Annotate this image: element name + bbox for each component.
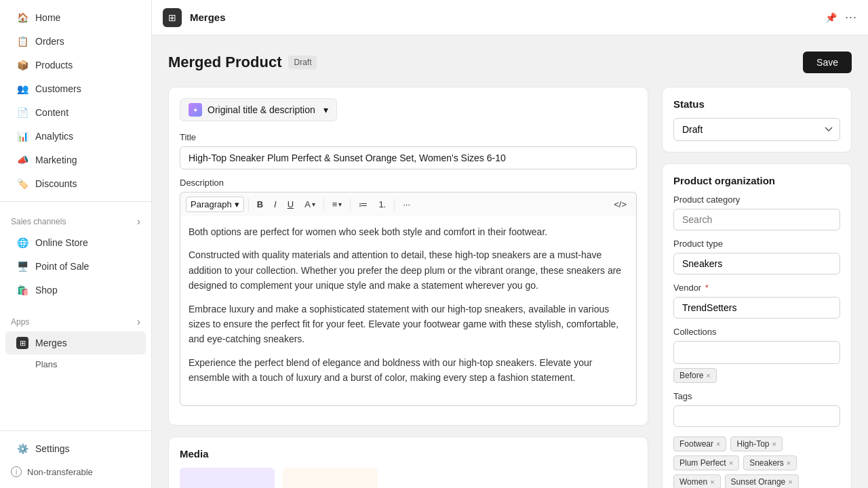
category-field-group: Product category	[673, 195, 840, 230]
category-search-input[interactable]	[673, 209, 840, 230]
customers-icon: 👥	[16, 83, 28, 95]
sidebar-item-merges[interactable]: ⊞ Merges	[5, 331, 146, 354]
sidebar-item-content[interactable]: 📄 Content	[5, 101, 146, 124]
sidebar-item-shop[interactable]: 🛍️ Shop	[5, 279, 146, 302]
sidebar-item-home[interactable]: 🏠 Home	[5, 6, 146, 29]
sales-channels-section: Sales channels ›	[0, 207, 151, 230]
dropdown-label: Original title & description	[208, 104, 315, 115]
number-button[interactable]: 1.	[374, 197, 390, 212]
toolbar-divider-2	[323, 199, 324, 211]
sidebar-item-label: Orders	[35, 36, 64, 47]
vendor-input[interactable]	[673, 297, 840, 319]
organization-card: Product organization Product category Pr…	[662, 163, 852, 488]
collections-input[interactable]	[673, 341, 840, 364]
bullet-button[interactable]: ≔	[355, 197, 372, 212]
non-transferable-label: Non-transferable	[27, 467, 93, 477]
pos-icon: 🖥️	[16, 260, 28, 272]
page-title: Merged Product	[168, 54, 281, 71]
sidebar-item-marketing[interactable]: 📣 Marketing	[5, 148, 146, 171]
shoe-image-purple	[186, 481, 268, 488]
collections-tags: Before ×	[673, 368, 840, 383]
description-editor[interactable]: Both options are perfect for women who s…	[180, 216, 637, 406]
non-transferable-icon: i	[11, 466, 22, 477]
description-label: Description	[180, 178, 637, 188]
type-input[interactable]	[673, 253, 840, 274]
sidebar-item-customers[interactable]: 👥 Customers	[5, 77, 146, 100]
tags-input[interactable]	[673, 405, 840, 427]
marketing-icon: 📣	[16, 154, 28, 166]
sidebar: 🏠 Home 📋 Orders 📦 Products 👥 Customers 📄…	[0, 0, 152, 488]
media-thumb-orange[interactable]	[283, 468, 378, 488]
sidebar-item-label: Settings	[35, 443, 70, 454]
color-button[interactable]: A ▾	[300, 197, 319, 212]
apps-section: Apps ›	[0, 308, 151, 331]
media-card: Media	[168, 436, 648, 488]
category-label: Product category	[673, 195, 840, 205]
non-transferable-item[interactable]: i Non-transferable	[0, 461, 151, 483]
toolbar-divider	[248, 199, 249, 211]
paragraph-select[interactable]: Paragraph ▾	[186, 197, 244, 212]
tag-sunset-orange-remove[interactable]: ×	[788, 479, 792, 486]
type-label: Product type	[673, 239, 840, 249]
tag-plum-perfect-remove[interactable]: ×	[729, 460, 733, 467]
tag-women-remove[interactable]: ×	[710, 479, 714, 486]
type-field-group: Product type	[673, 239, 840, 274]
status-select[interactable]: Draft Active	[673, 118, 840, 141]
sidebar-item-label: Online Store	[35, 237, 88, 248]
sidebar-item-settings[interactable]: ⚙️ Settings	[5, 437, 146, 460]
toolbar-divider-4	[394, 199, 395, 211]
status-card: Status Draft Active	[662, 87, 852, 152]
tag-hightop-remove[interactable]: ×	[772, 441, 776, 448]
sales-channels-expand-icon[interactable]: ›	[137, 216, 140, 228]
sidebar-item-discounts[interactable]: 🏷️ Discounts	[5, 172, 146, 195]
sidebar-item-label: Home	[35, 12, 60, 23]
title-field-group: Title	[180, 132, 637, 169]
editor-toolbar: Paragraph ▾ B I U A ▾	[180, 192, 637, 216]
media-grid	[180, 468, 637, 488]
title-description-dropdown[interactable]: ✦ Original title & description ▾	[180, 98, 337, 121]
collections-field-group: Collections Before ×	[673, 327, 840, 383]
tag-footwear-remove[interactable]: ×	[716, 441, 720, 448]
tag-women: Women ×	[673, 474, 721, 488]
page-header: Merged Product Draft Save	[168, 52, 852, 73]
more-icon[interactable]: ···	[845, 10, 857, 24]
chevron-down-icon: ▾	[235, 199, 239, 209]
sidebar-item-label: Discounts	[35, 178, 77, 189]
align-button[interactable]: ≡ ▾	[328, 197, 347, 212]
sidebar-item-label: Analytics	[35, 131, 73, 142]
italic-button[interactable]: I	[270, 197, 281, 212]
vendor-field-group: Vendor *	[673, 283, 840, 319]
description-field-group: Description Paragraph ▾ B I U A	[180, 178, 637, 406]
title-label: Title	[180, 132, 637, 142]
code-button[interactable]: </>	[610, 197, 631, 212]
pin-icon[interactable]: 📌	[825, 12, 837, 23]
underline-button[interactable]: U	[283, 197, 298, 212]
sidebar-item-analytics[interactable]: 📊 Analytics	[5, 125, 146, 148]
sidebar-sub-plans[interactable]: Plans	[5, 355, 146, 373]
save-button[interactable]: Save	[803, 52, 852, 73]
orders-icon: 📋	[16, 35, 28, 47]
bold-button[interactable]: B	[253, 197, 267, 212]
right-column: Status Draft Active Product organization…	[662, 87, 852, 488]
media-thumb-purple[interactable]	[180, 468, 275, 488]
description-para-3: Embrace luxury and make a sophisticated …	[189, 302, 628, 347]
merges-icon: ⊞	[16, 337, 28, 349]
sidebar-item-pos[interactable]: 🖥️ Point of Sale	[5, 255, 146, 278]
collection-tag-remove[interactable]: ×	[706, 372, 710, 380]
tag-sneakers-remove[interactable]: ×	[787, 460, 791, 467]
tag-sneakers: Sneakers ×	[743, 455, 797, 470]
more-toolbar-button[interactable]: ···	[399, 197, 414, 212]
tags-field-group: Tags Footwear × High-Top ×	[673, 391, 840, 488]
collections-label: Collections	[673, 327, 840, 337]
ai-icon: ✦	[189, 103, 202, 117]
vendor-required-mark: *	[705, 283, 709, 293]
description-para-2: Constructed with quality materials and a…	[189, 247, 628, 293]
sidebar-item-orders[interactable]: 📋 Orders	[5, 30, 146, 53]
sidebar-item-label: Content	[35, 107, 68, 118]
toolbar-divider-3	[350, 199, 351, 211]
title-input[interactable]	[180, 146, 637, 169]
sidebar-item-products[interactable]: 📦 Products	[5, 54, 146, 77]
sidebar-item-online-store[interactable]: 🌐 Online Store	[5, 231, 146, 254]
apps-expand-icon[interactable]: ›	[137, 316, 140, 328]
online-store-icon: 🌐	[16, 237, 28, 249]
